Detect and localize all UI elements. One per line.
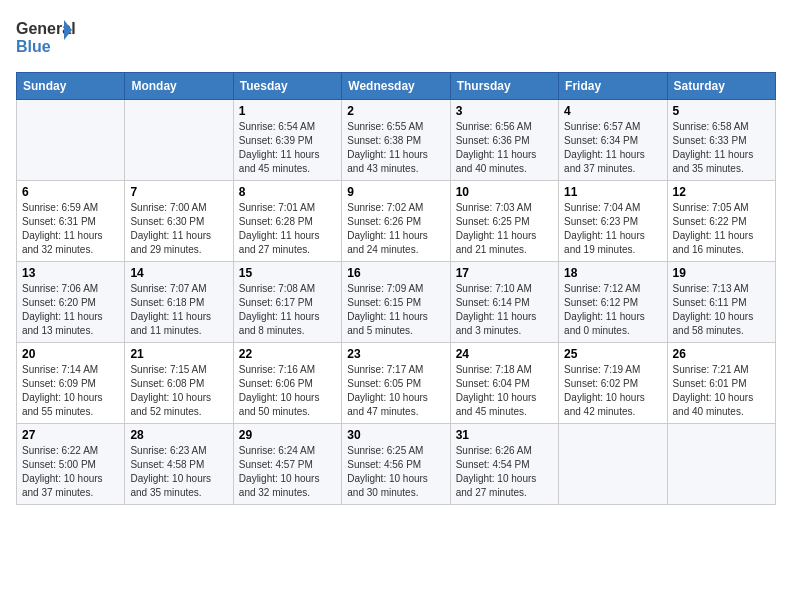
day-number: 2 xyxy=(347,104,444,118)
day-number: 15 xyxy=(239,266,336,280)
calendar-cell: 19Sunrise: 7:13 AM Sunset: 6:11 PM Dayli… xyxy=(667,262,775,343)
calendar-cell: 21Sunrise: 7:15 AM Sunset: 6:08 PM Dayli… xyxy=(125,343,233,424)
day-info: Sunrise: 7:08 AM Sunset: 6:17 PM Dayligh… xyxy=(239,282,336,338)
calendar-table: SundayMondayTuesdayWednesdayThursdayFrid… xyxy=(16,72,776,505)
day-number: 3 xyxy=(456,104,553,118)
day-info: Sunrise: 6:22 AM Sunset: 5:00 PM Dayligh… xyxy=(22,444,119,500)
calendar-cell: 12Sunrise: 7:05 AM Sunset: 6:22 PM Dayli… xyxy=(667,181,775,262)
calendar-cell xyxy=(559,424,667,505)
day-header-wednesday: Wednesday xyxy=(342,73,450,100)
header-row: SundayMondayTuesdayWednesdayThursdayFrid… xyxy=(17,73,776,100)
calendar-cell: 7Sunrise: 7:00 AM Sunset: 6:30 PM Daylig… xyxy=(125,181,233,262)
calendar-cell: 31Sunrise: 6:26 AM Sunset: 4:54 PM Dayli… xyxy=(450,424,558,505)
day-info: Sunrise: 6:56 AM Sunset: 6:36 PM Dayligh… xyxy=(456,120,553,176)
day-info: Sunrise: 7:02 AM Sunset: 6:26 PM Dayligh… xyxy=(347,201,444,257)
day-number: 31 xyxy=(456,428,553,442)
calendar-cell xyxy=(125,100,233,181)
day-number: 21 xyxy=(130,347,227,361)
calendar-cell: 23Sunrise: 7:17 AM Sunset: 6:05 PM Dayli… xyxy=(342,343,450,424)
day-number: 22 xyxy=(239,347,336,361)
calendar-cell: 22Sunrise: 7:16 AM Sunset: 6:06 PM Dayli… xyxy=(233,343,341,424)
calendar-cell xyxy=(17,100,125,181)
day-number: 8 xyxy=(239,185,336,199)
calendar-cell: 18Sunrise: 7:12 AM Sunset: 6:12 PM Dayli… xyxy=(559,262,667,343)
day-number: 10 xyxy=(456,185,553,199)
day-number: 25 xyxy=(564,347,661,361)
calendar-cell: 15Sunrise: 7:08 AM Sunset: 6:17 PM Dayli… xyxy=(233,262,341,343)
day-info: Sunrise: 7:09 AM Sunset: 6:15 PM Dayligh… xyxy=(347,282,444,338)
day-info: Sunrise: 7:16 AM Sunset: 6:06 PM Dayligh… xyxy=(239,363,336,419)
day-number: 18 xyxy=(564,266,661,280)
day-info: Sunrise: 7:05 AM Sunset: 6:22 PM Dayligh… xyxy=(673,201,770,257)
day-header-saturday: Saturday xyxy=(667,73,775,100)
day-info: Sunrise: 7:12 AM Sunset: 6:12 PM Dayligh… xyxy=(564,282,661,338)
day-number: 30 xyxy=(347,428,444,442)
page-header: GeneralBlue xyxy=(16,16,776,60)
day-info: Sunrise: 7:03 AM Sunset: 6:25 PM Dayligh… xyxy=(456,201,553,257)
day-info: Sunrise: 7:00 AM Sunset: 6:30 PM Dayligh… xyxy=(130,201,227,257)
day-info: Sunrise: 7:17 AM Sunset: 6:05 PM Dayligh… xyxy=(347,363,444,419)
day-number: 14 xyxy=(130,266,227,280)
day-info: Sunrise: 7:01 AM Sunset: 6:28 PM Dayligh… xyxy=(239,201,336,257)
calendar-cell: 28Sunrise: 6:23 AM Sunset: 4:58 PM Dayli… xyxy=(125,424,233,505)
calendar-cell: 16Sunrise: 7:09 AM Sunset: 6:15 PM Dayli… xyxy=(342,262,450,343)
day-info: Sunrise: 6:24 AM Sunset: 4:57 PM Dayligh… xyxy=(239,444,336,500)
day-info: Sunrise: 7:21 AM Sunset: 6:01 PM Dayligh… xyxy=(673,363,770,419)
day-number: 9 xyxy=(347,185,444,199)
calendar-cell xyxy=(667,424,775,505)
day-number: 5 xyxy=(673,104,770,118)
calendar-cell: 24Sunrise: 7:18 AM Sunset: 6:04 PM Dayli… xyxy=(450,343,558,424)
day-number: 19 xyxy=(673,266,770,280)
calendar-cell: 20Sunrise: 7:14 AM Sunset: 6:09 PM Dayli… xyxy=(17,343,125,424)
day-number: 4 xyxy=(564,104,661,118)
calendar-week-3: 13Sunrise: 7:06 AM Sunset: 6:20 PM Dayli… xyxy=(17,262,776,343)
calendar-cell: 10Sunrise: 7:03 AM Sunset: 6:25 PM Dayli… xyxy=(450,181,558,262)
calendar-cell: 27Sunrise: 6:22 AM Sunset: 5:00 PM Dayli… xyxy=(17,424,125,505)
day-number: 7 xyxy=(130,185,227,199)
day-number: 20 xyxy=(22,347,119,361)
day-number: 11 xyxy=(564,185,661,199)
calendar-week-2: 6Sunrise: 6:59 AM Sunset: 6:31 PM Daylig… xyxy=(17,181,776,262)
calendar-cell: 8Sunrise: 7:01 AM Sunset: 6:28 PM Daylig… xyxy=(233,181,341,262)
day-info: Sunrise: 7:07 AM Sunset: 6:18 PM Dayligh… xyxy=(130,282,227,338)
calendar-week-5: 27Sunrise: 6:22 AM Sunset: 5:00 PM Dayli… xyxy=(17,424,776,505)
day-header-sunday: Sunday xyxy=(17,73,125,100)
calendar-cell: 13Sunrise: 7:06 AM Sunset: 6:20 PM Dayli… xyxy=(17,262,125,343)
calendar-cell: 17Sunrise: 7:10 AM Sunset: 6:14 PM Dayli… xyxy=(450,262,558,343)
day-number: 17 xyxy=(456,266,553,280)
day-info: Sunrise: 6:59 AM Sunset: 6:31 PM Dayligh… xyxy=(22,201,119,257)
day-number: 16 xyxy=(347,266,444,280)
day-number: 28 xyxy=(130,428,227,442)
day-info: Sunrise: 7:04 AM Sunset: 6:23 PM Dayligh… xyxy=(564,201,661,257)
day-number: 27 xyxy=(22,428,119,442)
calendar-cell: 26Sunrise: 7:21 AM Sunset: 6:01 PM Dayli… xyxy=(667,343,775,424)
day-number: 6 xyxy=(22,185,119,199)
day-header-tuesday: Tuesday xyxy=(233,73,341,100)
calendar-cell: 29Sunrise: 6:24 AM Sunset: 4:57 PM Dayli… xyxy=(233,424,341,505)
calendar-cell: 11Sunrise: 7:04 AM Sunset: 6:23 PM Dayli… xyxy=(559,181,667,262)
day-header-monday: Monday xyxy=(125,73,233,100)
day-number: 24 xyxy=(456,347,553,361)
day-info: Sunrise: 6:58 AM Sunset: 6:33 PM Dayligh… xyxy=(673,120,770,176)
day-info: Sunrise: 7:06 AM Sunset: 6:20 PM Dayligh… xyxy=(22,282,119,338)
day-number: 26 xyxy=(673,347,770,361)
day-number: 1 xyxy=(239,104,336,118)
day-info: Sunrise: 7:15 AM Sunset: 6:08 PM Dayligh… xyxy=(130,363,227,419)
calendar-cell: 4Sunrise: 6:57 AM Sunset: 6:34 PM Daylig… xyxy=(559,100,667,181)
day-info: Sunrise: 6:23 AM Sunset: 4:58 PM Dayligh… xyxy=(130,444,227,500)
logo: GeneralBlue xyxy=(16,16,76,60)
calendar-cell: 6Sunrise: 6:59 AM Sunset: 6:31 PM Daylig… xyxy=(17,181,125,262)
day-info: Sunrise: 7:14 AM Sunset: 6:09 PM Dayligh… xyxy=(22,363,119,419)
calendar-cell: 2Sunrise: 6:55 AM Sunset: 6:38 PM Daylig… xyxy=(342,100,450,181)
day-info: Sunrise: 7:13 AM Sunset: 6:11 PM Dayligh… xyxy=(673,282,770,338)
day-info: Sunrise: 6:55 AM Sunset: 6:38 PM Dayligh… xyxy=(347,120,444,176)
day-info: Sunrise: 7:19 AM Sunset: 6:02 PM Dayligh… xyxy=(564,363,661,419)
calendar-header: SundayMondayTuesdayWednesdayThursdayFrid… xyxy=(17,73,776,100)
calendar-cell: 3Sunrise: 6:56 AM Sunset: 6:36 PM Daylig… xyxy=(450,100,558,181)
calendar-cell: 25Sunrise: 7:19 AM Sunset: 6:02 PM Dayli… xyxy=(559,343,667,424)
day-number: 13 xyxy=(22,266,119,280)
logo-svg: GeneralBlue xyxy=(16,16,76,60)
calendar-cell: 30Sunrise: 6:25 AM Sunset: 4:56 PM Dayli… xyxy=(342,424,450,505)
day-header-friday: Friday xyxy=(559,73,667,100)
day-number: 29 xyxy=(239,428,336,442)
